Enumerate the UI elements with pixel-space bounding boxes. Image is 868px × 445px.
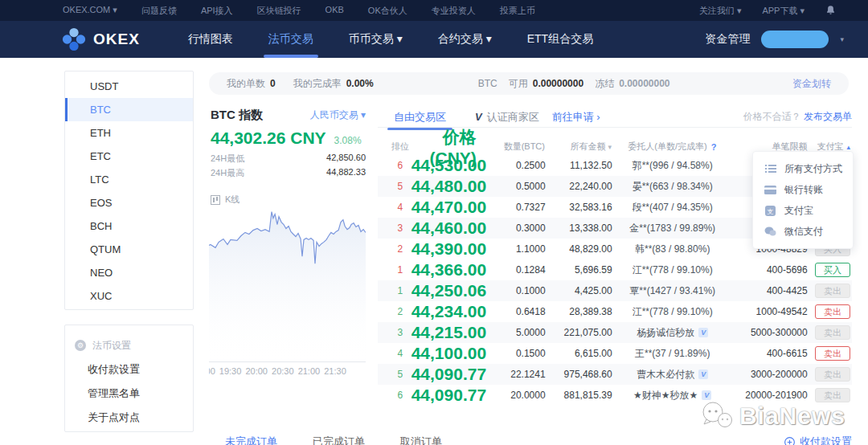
okex-logo[interactable]: OKEX xyxy=(61,27,140,52)
order-limit: 400-5696 xyxy=(733,264,808,276)
sidebar-coin-item[interactable]: EOS xyxy=(65,191,193,214)
publish-hint: 价格不合适？ 发布交易单 xyxy=(743,110,852,124)
order-rank: 4 xyxy=(389,202,411,213)
col-total-sort[interactable]: 所有金额 ▾ xyxy=(545,141,612,153)
payment-settings-link[interactable]: 收付款设置 xyxy=(784,435,852,445)
fiat-settings-item[interactable]: 收付款设置 xyxy=(65,357,193,382)
tab-cancelled-orders[interactable]: 取消订单 xyxy=(400,435,442,445)
tab-free-trade-zone[interactable]: 自由交易区 xyxy=(394,110,446,125)
top-link[interactable]: OKB xyxy=(326,5,344,17)
nav-item[interactable]: 法币交易 xyxy=(268,21,313,58)
order-history-tabs: 未完成订单 已完成订单 取消订单 收付款设置 xyxy=(225,435,852,445)
v-badge-icon: V xyxy=(475,111,482,123)
nav-item[interactable]: 币币交易 ▾ xyxy=(349,21,403,58)
top-link[interactable]: OK合伙人 xyxy=(368,5,407,17)
order-rank: 5 xyxy=(389,369,411,380)
wechat-pay-icon xyxy=(764,226,776,238)
sidebar-coin-item[interactable]: XUC xyxy=(65,284,193,308)
menu-item-bank-transfer[interactable]: 银行转账 xyxy=(753,179,853,200)
top-link[interactable]: 投票上币 xyxy=(500,5,535,17)
trade-action-button[interactable]: 卖出 xyxy=(815,367,850,382)
trade-action-button[interactable]: 买入 xyxy=(815,263,850,277)
username-redacted[interactable] xyxy=(761,31,829,48)
order-trader: 覃**(1427 / 93.41%) xyxy=(612,284,733,298)
trade-action-button[interactable]: 卖出 xyxy=(815,388,850,402)
order-quantity: 0.1500 xyxy=(477,348,546,359)
sidebar-coin-item[interactable]: LTC xyxy=(65,168,193,191)
menu-item-wechat-pay[interactable]: 微信支付 xyxy=(753,221,853,242)
order-quantity: 1.1000 xyxy=(477,243,546,255)
top-link[interactable]: 区块链投行 xyxy=(257,5,301,17)
sidebar-coin-item[interactable]: QTUM xyxy=(65,238,193,261)
fiat-settings-item[interactable]: 管理黑名单 xyxy=(65,382,193,406)
top-link[interactable]: 问题反馈 xyxy=(141,5,177,17)
user-menu-caret-icon[interactable]: ▾ xyxy=(840,35,844,43)
nav-item[interactable]: 合约交易 ▾ xyxy=(438,21,492,58)
funds-management-link[interactable]: 资金管理 xyxy=(705,32,750,47)
balance-stat: BTC 可用0.00000000 冻结0.00000000 xyxy=(478,77,670,91)
publish-order-link[interactable]: 发布交易单 xyxy=(804,111,852,122)
top-link[interactable]: OKEX.COM ▾ xyxy=(63,5,117,17)
bell-icon[interactable] xyxy=(825,5,836,16)
sidebar-coin-item[interactable]: ETC xyxy=(65,145,193,168)
order-rank: 2 xyxy=(389,243,411,255)
tab-certified-merchant-zone[interactable]: V 认证商家区 xyxy=(475,110,539,125)
order-quantity: 0.6418 xyxy=(477,306,546,317)
nav-item[interactable]: 行情图表 xyxy=(188,21,233,58)
kline-toggle[interactable]: K线 xyxy=(211,194,240,206)
order-total: 32,583.16 xyxy=(546,202,612,213)
order-quantity: 0.1284 xyxy=(477,264,546,276)
order-row: 5 44,090.77 22.1241 975,468.60 曹木木必付款 V … xyxy=(378,364,852,385)
trade-action-button[interactable]: 卖出 xyxy=(815,346,850,361)
sidebar-coin-item[interactable]: BCH xyxy=(65,214,193,238)
app-download-link[interactable]: APP下载 ▾ xyxy=(762,5,805,17)
help-icon[interactable]: ? xyxy=(711,142,717,152)
order-rank: 5 xyxy=(389,181,411,192)
price-chart-svg xyxy=(209,205,366,362)
tab-completed-orders[interactable]: 已完成订单 xyxy=(313,435,365,445)
order-rank: 1 xyxy=(389,285,411,296)
funds-transfer-link[interactable]: 资金划转 xyxy=(792,77,831,91)
kline-label: K线 xyxy=(225,194,240,206)
verified-badge-icon: V xyxy=(698,328,708,337)
index-title: BTC 指数 xyxy=(211,108,263,123)
sidebar-coin-item[interactable]: ETH xyxy=(65,121,193,145)
top-link[interactable]: API接入 xyxy=(201,5,233,17)
menu-item-all-payments[interactable]: 所有支付方式 xyxy=(753,158,853,179)
sidebar-coin-item[interactable]: NEO xyxy=(65,261,193,284)
chart-x-tick: 21:30 xyxy=(319,366,351,376)
trade-action-button[interactable]: 卖出 xyxy=(815,325,850,340)
order-rank: 3 xyxy=(389,222,411,234)
trade-action-button[interactable]: 卖出 xyxy=(815,304,850,319)
col-trader: 委托人(单数/完成率) ? xyxy=(612,141,732,153)
order-total: 221,075.00 xyxy=(546,327,612,338)
sidebar-coin-item[interactable]: USDT xyxy=(65,75,193,98)
order-trader: 晏**(663 / 98.34%) xyxy=(612,180,733,194)
list-icon xyxy=(764,163,776,175)
order-trader: 段**(407 / 94.35%) xyxy=(612,201,733,214)
high-24h-label: 24H最高 xyxy=(211,167,244,179)
order-rank: 2 xyxy=(389,306,411,317)
watermark-text: BiaNews xyxy=(739,402,845,430)
order-trader: 韩**(83 / 98.80%) xyxy=(612,243,733,256)
sidebar-coin-item[interactable]: BTC xyxy=(65,98,193,121)
market-selector[interactable]: 人民币交易 ▾ xyxy=(310,108,366,122)
trade-action-button[interactable]: 卖出 xyxy=(815,284,850,298)
menu-item-alipay[interactable]: 支 支付宝 xyxy=(753,200,853,221)
order-limit: 400-6615 xyxy=(733,348,808,359)
order-total: 22,240.00 xyxy=(546,181,612,192)
fiat-settings-list: 收付款设置管理黑名单关于点对点 xyxy=(65,357,193,430)
nav-item[interactable]: ETT组合交易 xyxy=(527,21,593,58)
order-limit: 20000-201900 xyxy=(733,390,808,401)
order-rank: 6 xyxy=(389,160,411,171)
fiat-settings-item[interactable]: 关于点对点 xyxy=(65,406,193,430)
order-limit: 400-4425 xyxy=(733,285,808,296)
order-total: 11,132.50 xyxy=(546,160,612,171)
top-link[interactable]: 专业投资人 xyxy=(432,5,476,17)
tab-open-orders[interactable]: 未完成订单 xyxy=(225,435,277,445)
follow-us-link[interactable]: 关注我们 ▾ xyxy=(699,5,742,17)
apply-link[interactable]: 前往申请 › xyxy=(552,110,600,125)
fiat-settings-title: 法币设置 xyxy=(92,339,131,353)
order-price: 44,460.00 xyxy=(411,218,477,238)
bank-card-icon xyxy=(764,184,776,196)
